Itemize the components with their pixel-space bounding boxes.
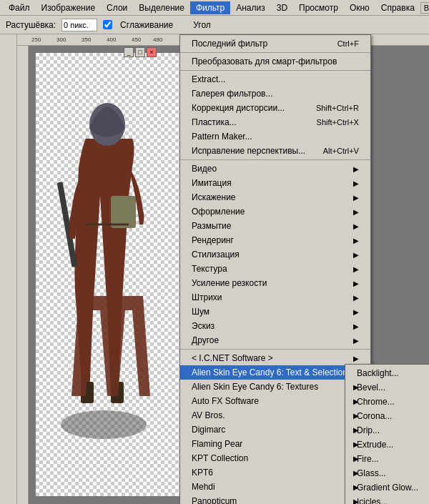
menu-item-window[interactable]: Окно [344, 1, 375, 14]
arrow-stylize: ▶ [353, 251, 359, 259]
filter-panopticum[interactable]: Panopticum ▶ [180, 494, 370, 504]
sep2 [180, 70, 370, 71]
sub-backlight-label: Backlight... [357, 368, 399, 378]
svg-point-0 [61, 410, 147, 439]
filter-mehdi-label: Mehdi [192, 482, 215, 492]
filter-alien-tex-label: Alien Skin Eye Candy 6: Textures [192, 382, 318, 392]
filter-distortion[interactable]: Коррекция дисторсии... Shift+Ctrl+R [180, 101, 370, 115]
filter-dropdown: Последний фильтр Ctrl+F Преобразовать дл… [179, 34, 371, 504]
menu-item-3d[interactable]: 3D [271, 1, 293, 14]
filter-last[interactable]: Последний фильтр Ctrl+F [180, 36, 370, 51]
character-image [39, 53, 182, 468]
arrow-flaming: ▶ [353, 440, 359, 448]
filter-kpt-coll-label: KPT Collection [192, 453, 248, 463]
smooth-checkbox[interactable] [103, 20, 112, 29]
filter-alien-tex[interactable]: Alien Skin Eye Candy 6: Textures ▶ [180, 380, 370, 394]
filter-smart-label: Преобразовать для смарт-фильтров [192, 56, 337, 66]
filter-mehdi[interactable]: Mehdi ▶ [180, 480, 370, 494]
filter-gallery[interactable]: Галерея фильтров... [180, 87, 370, 101]
filter-extract[interactable]: Extract... [180, 72, 370, 87]
filter-style[interactable]: Оформление ▶ [180, 204, 370, 219]
menu-item-view[interactable]: Просмотр [293, 1, 344, 14]
filter-perspective-label: Исправление перспективы... [192, 146, 305, 156]
menu-item-file[interactable]: Файл [3, 1, 36, 14]
filter-imitation-label: Имитация [192, 178, 232, 188]
sub-backlight[interactable]: Backlight... [345, 366, 429, 380]
arrow-autofx: ▶ [353, 397, 359, 405]
filter-distortion-label: Коррекция дисторсии... [192, 103, 285, 113]
filter-video-label: Видео [192, 164, 217, 174]
filter-autofx[interactable]: Auto FX Software ▶ [180, 394, 370, 408]
filter-strokes-label: Штрихи [192, 292, 222, 302]
arrow-distort: ▶ [353, 194, 359, 202]
filter-flaming-label: Flaming Pear [192, 439, 242, 449]
filter-sharpen[interactable]: Усиление резкости ▶ [180, 276, 370, 290]
filter-digimarc[interactable]: Digimarc ▶ [180, 423, 370, 437]
window-controls: _ □ × [123, 47, 157, 57]
filter-liquify-label: Пластика... [192, 117, 237, 127]
filter-texture[interactable]: Текстура ▶ [180, 262, 370, 276]
arrow-noise: ▶ [353, 308, 359, 316]
filter-sketch[interactable]: Эскиз ▶ [180, 319, 370, 333]
minimize-button[interactable]: _ [124, 47, 134, 57]
filter-flaming[interactable]: Flaming Pear ▶ [180, 437, 370, 451]
arrow-sketch: ▶ [353, 322, 359, 330]
filter-alien-ts[interactable]: Alien Skin Eye Candy 6: Text & Selection… [180, 365, 370, 380]
filter-blur[interactable]: Размытие ▶ [180, 219, 370, 233]
arrow-panopticum: ▶ [353, 498, 359, 505]
filter-gallery-label: Галерея фильтров... [192, 89, 272, 99]
filter-distort[interactable]: Искажение ▶ [180, 190, 370, 204]
menu-item-selection[interactable]: Выделение [133, 1, 190, 14]
filter-smart[interactable]: Преобразовать для смарт-фильтров [180, 54, 370, 69]
badge-br[interactable]: Br [420, 2, 429, 14]
sep1 [180, 52, 370, 53]
filter-pattern-label: Pattern Maker... [192, 132, 252, 142]
filter-video[interactable]: Видео ▶ [180, 162, 370, 176]
arrow-icnet: ▶ [353, 355, 359, 362]
canvas-area: 250 300 350 400 450 480 [17, 34, 429, 504]
filter-pattern[interactable]: Pattern Maker... [180, 129, 370, 144]
filter-avbros[interactable]: AV Bros. ▶ [180, 408, 370, 423]
filter-stylize[interactable]: Стилизация ▶ [180, 247, 370, 262]
angle-label: Угол [193, 20, 211, 30]
filter-liquify[interactable]: Пластика... Shift+Ctrl+X [180, 115, 370, 129]
menu-bar: Файл Изображение Слои Выделение Фильтр А… [0, 0, 429, 16]
filter-render[interactable]: Рендеринг ▶ [180, 233, 370, 247]
arrow-strokes: ▶ [353, 294, 359, 302]
menu-item-layers[interactable]: Слои [101, 1, 133, 14]
filter-render-label: Рендеринг [192, 235, 234, 245]
menu-item-image[interactable]: Изображение [36, 1, 102, 14]
close-button[interactable]: × [147, 47, 157, 57]
filter-kpt-coll[interactable]: KPT Collection ▶ [180, 451, 370, 465]
feather-input[interactable] [61, 19, 97, 31]
sep4 [180, 349, 370, 350]
filter-stylize-label: Стилизация [192, 249, 240, 260]
filter-liquify-shortcut: Shift+Ctrl+X [317, 118, 359, 127]
filter-noise[interactable]: Шум ▶ [180, 305, 370, 319]
filter-last-shortcut: Ctrl+F [337, 39, 359, 48]
filter-extract-label: Extract... [192, 74, 225, 84]
filter-distortion-shortcut: Shift+Ctrl+R [316, 104, 359, 112]
menu-item-filter[interactable]: Фильтр [190, 1, 230, 14]
filter-blur-label: Размытие [192, 221, 231, 231]
filter-digimarc-label: Digimarc [192, 425, 225, 435]
arrow-blur: ▶ [353, 222, 359, 230]
filter-autofx-label: Auto FX Software [192, 396, 259, 406]
maximize-button[interactable]: □ [135, 47, 145, 57]
main-area: 250 300 350 400 450 480 [0, 34, 429, 504]
arrow-avbros: ▶ [353, 412, 359, 420]
arrow-alien-tex: ▶ [353, 383, 359, 391]
menu-item-help[interactable]: Справка [375, 1, 420, 14]
filter-kpt6[interactable]: KPT6 ▶ [180, 465, 370, 480]
filter-strokes[interactable]: Штрихи ▶ [180, 290, 370, 305]
filter-icnet[interactable]: < I.C.NET Software > ▶ [180, 351, 370, 365]
arrow-render: ▶ [353, 237, 359, 244]
arrow-kpt-coll: ▶ [353, 455, 359, 463]
canvas-background [36, 53, 189, 496]
arrow-mehdi: ▶ [353, 483, 359, 491]
filter-perspective[interactable]: Исправление перспективы... Alt+Ctrl+V [180, 144, 370, 158]
arrow-imitation: ▶ [353, 179, 359, 187]
menu-item-analysis[interactable]: Анализ [230, 1, 271, 14]
filter-other[interactable]: Другое ▶ [180, 333, 370, 347]
filter-imitation[interactable]: Имитация ▶ [180, 176, 370, 190]
